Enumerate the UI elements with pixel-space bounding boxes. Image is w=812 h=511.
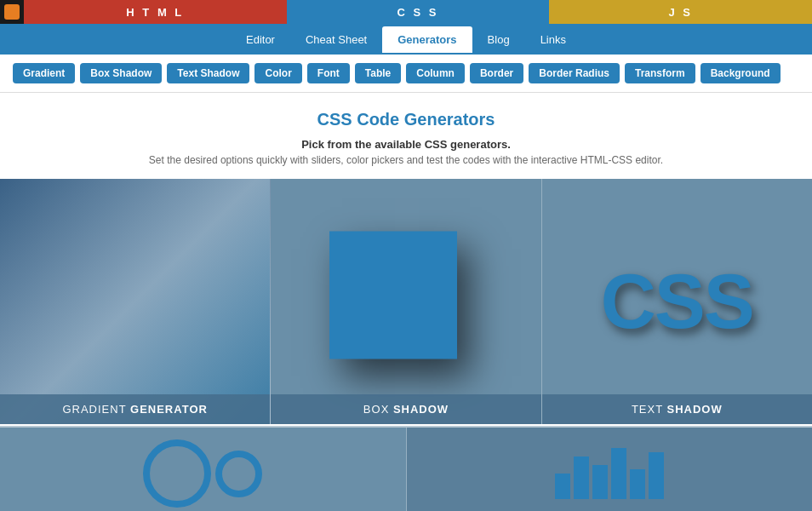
logo (0, 0, 24, 24)
textshadow-label-bold: SHADOW (667, 403, 723, 416)
card-boxshadow[interactable]: BOX SHADOW (271, 179, 541, 424)
col-bar-4 (611, 448, 626, 499)
card-boxshadow-label: BOX SHADOW (271, 394, 540, 424)
nav-editor[interactable]: Editor (231, 26, 290, 53)
page-title: CSS Code Generators (17, 110, 795, 129)
btn-font[interactable]: Font (307, 63, 350, 83)
btn-border[interactable]: Border (470, 63, 523, 83)
col-bar-1 (555, 474, 570, 499)
btn-box-shadow[interactable]: Box Shadow (80, 63, 162, 83)
card-textshadow[interactable]: CSS TEXT SHADOW (542, 179, 812, 424)
page-heading: CSS Code Generators Pick from the availa… (0, 93, 812, 179)
card-textshadow-label: TEXT SHADOW (542, 394, 812, 424)
circle-demo-small (215, 451, 262, 497)
btn-gradient[interactable]: Gradient (13, 63, 75, 83)
nav-blog[interactable]: Blog (472, 26, 525, 53)
btn-table[interactable]: Table (355, 63, 401, 83)
gradient-label-light: GRADIENT (62, 403, 130, 416)
card-gradient-label: GRADIENT GENERATOR (0, 394, 270, 424)
col-bar-6 (649, 452, 664, 499)
col-bar-2 (574, 456, 589, 499)
btn-column[interactable]: Column (406, 63, 465, 83)
btn-transform[interactable]: Transform (625, 63, 695, 83)
card-gradient[interactable]: GRADIENT GENERATOR (0, 179, 271, 424)
css-label: C S S (397, 6, 439, 19)
gradient-label-bold: GENERATOR (130, 403, 208, 416)
btn-color[interactable]: Color (254, 63, 301, 83)
html-label: H T M L (126, 6, 184, 19)
nav-generators[interactable]: Generators (382, 26, 472, 53)
text-shadow-demo: CSS (601, 258, 753, 346)
column-demo (555, 448, 664, 499)
heading-light-desc: Set the desired options quickly with sli… (17, 154, 795, 166)
circle-demo (143, 439, 211, 508)
heading-bold-desc: Pick from the available CSS generators. (17, 138, 795, 151)
box-shadow-demo (329, 232, 457, 359)
nav-cheat-sheet[interactable]: Cheat Sheet (290, 26, 382, 53)
btn-border-radius[interactable]: Border Radius (529, 63, 620, 83)
js-section[interactable]: J S (549, 0, 812, 24)
nav-links[interactable]: Links (525, 26, 581, 53)
toolbar: Gradient Box Shadow Text Shadow Color Fo… (0, 55, 812, 93)
btn-background[interactable]: Background (700, 63, 781, 83)
textshadow-label-light: TEXT (632, 403, 667, 416)
cards-section: GRADIENT GENERATOR BOX SHADOW CSS TEXT S… (0, 179, 812, 511)
boxshadow-label-bold: SHADOW (393, 403, 449, 416)
card-row2-left[interactable] (0, 428, 407, 511)
btn-text-shadow[interactable]: Text Shadow (167, 63, 249, 83)
cards-row-2 (0, 426, 812, 511)
boxshadow-label-light: BOX (363, 403, 393, 416)
card-row2-right[interactable] (407, 428, 813, 511)
css-section[interactable]: C S S (287, 0, 550, 24)
col-bar-5 (630, 469, 645, 499)
html-section[interactable]: H T M L (24, 0, 287, 24)
logo-icon (4, 4, 20, 20)
top-bar: H T M L C S S J S (0, 0, 812, 24)
nav-bar: Editor Cheat Sheet Generators Blog Links (0, 24, 812, 55)
col-bar-3 (592, 465, 608, 499)
cards-row-1: GRADIENT GENERATOR BOX SHADOW CSS TEXT S… (0, 179, 812, 426)
js-label: J S (668, 6, 693, 19)
